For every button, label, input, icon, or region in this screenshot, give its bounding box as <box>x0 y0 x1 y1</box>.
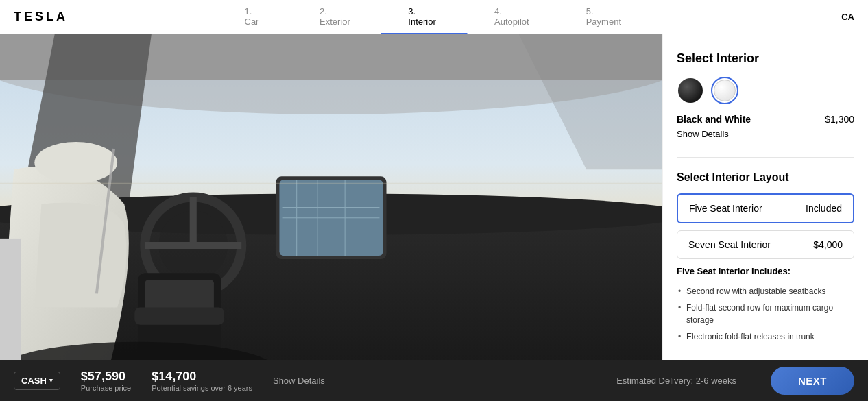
select-layout-title: Select Interior Layout <box>677 171 854 184</box>
select-interior-title: Select Interior <box>677 51 854 66</box>
nav-step-car[interactable]: 1. Car <box>217 0 293 34</box>
main-content: Select Interior Black and White $1,300 S… <box>0 34 868 360</box>
nav-step-interior[interactable]: 3. Interior <box>381 0 467 34</box>
step-nav: 1. Car 2. Exterior 3. Interior 4. Autopi… <box>217 0 651 34</box>
bottom-bar: CASH ▾ $57,590 Purchase price $14,700 Po… <box>0 360 868 401</box>
swatch-white[interactable] <box>711 77 738 104</box>
purchase-price-block: $57,590 Purchase price <box>81 369 131 392</box>
swatch-white-inner <box>714 80 736 101</box>
feature-item-1: Second row with adjustable seatbacks <box>677 283 854 300</box>
five-seat-price: Included <box>806 203 842 214</box>
savings-label: Potential savings over 6 years <box>152 384 252 392</box>
svg-rect-25 <box>0 239 21 360</box>
car-interior-image <box>0 34 662 360</box>
svg-point-19 <box>34 142 117 183</box>
five-seat-label: Five Seat Interior <box>689 203 762 214</box>
estimated-delivery[interactable]: Estimated Delivery: 2-6 weeks <box>616 376 736 386</box>
show-details-color[interactable]: Show Details <box>677 129 729 139</box>
show-details-bar[interactable]: Show Details <box>273 376 325 386</box>
svg-rect-22 <box>134 308 224 325</box>
nav-step-autopilot[interactable]: 4. Autopilot <box>467 0 559 34</box>
interior-photo <box>0 34 662 360</box>
feature-item-3: Electronic fold-flat releases in trunk <box>677 328 854 345</box>
feature-item-2: Fold-flat second row for maximum cargo s… <box>677 300 854 328</box>
features-list: Second row with adjustable seatbacks Fol… <box>677 283 854 345</box>
interior-swatches <box>677 77 854 104</box>
navigation: TESLA 1. Car 2. Exterior 3. Interior 4. … <box>0 0 868 34</box>
payment-type-selector[interactable]: CASH ▾ <box>14 372 60 390</box>
chevron-down-icon: ▾ <box>49 377 53 384</box>
seven-seat-label: Seven Seat Interior <box>688 239 771 250</box>
features-title: Five Seat Interior Includes: <box>677 266 854 276</box>
configuration-panel: Select Interior Black and White $1,300 S… <box>662 34 868 360</box>
savings-block: $14,700 Potential savings over 6 years <box>152 369 252 392</box>
tesla-logo: TESLA <box>14 10 68 24</box>
payment-type-label: CASH <box>21 376 47 386</box>
swatch-black[interactable] <box>677 77 704 104</box>
selected-color-price: $1,300 <box>825 114 854 125</box>
savings-amount: $14,700 <box>152 369 252 384</box>
region-indicator: CA <box>841 12 854 22</box>
purchase-label: Purchase price <box>81 384 131 392</box>
color-info-row: Black and White $1,300 <box>677 114 854 125</box>
purchase-price: $57,590 <box>81 369 131 384</box>
layout-seven-seat[interactable]: Seven Seat Interior $4,000 <box>677 230 854 259</box>
seven-seat-price: $4,000 <box>813 239 843 250</box>
swatch-black-inner <box>678 78 703 103</box>
layout-five-seat[interactable]: Five Seat Interior Included <box>677 193 854 223</box>
next-button[interactable]: NEXT <box>771 367 854 395</box>
selected-color-name: Black and White <box>677 114 751 125</box>
nav-step-payment[interactable]: 5. Payment <box>559 0 651 34</box>
nav-step-exterior[interactable]: 2. Exterior <box>292 0 381 34</box>
section-divider-1 <box>677 157 854 158</box>
